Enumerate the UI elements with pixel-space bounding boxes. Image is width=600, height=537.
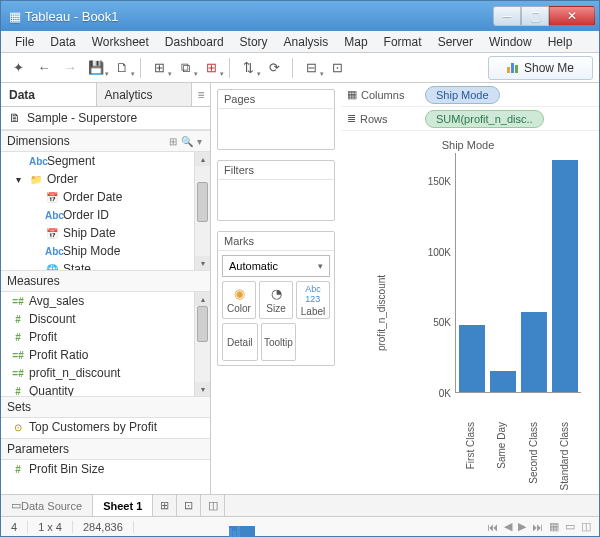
dimensions-scrollbar[interactable]: ▴ ▾ (194, 152, 210, 270)
mark-type-dropdown[interactable]: Automatic (222, 255, 330, 277)
menu-dashboard[interactable]: Dashboard (157, 35, 232, 49)
y-tick: 150K (428, 176, 451, 187)
new-datasource-button[interactable]: 🗋 (111, 57, 133, 79)
measures-list: =#Avg_sales #Discount #Profit =#Profit R… (1, 292, 210, 396)
filters-label: Filters (218, 161, 334, 180)
field-ship-date[interactable]: 📅Ship Date (1, 224, 210, 242)
save-button[interactable]: 💾 (85, 57, 107, 79)
field-order-date[interactable]: 📅Order Date (1, 188, 210, 206)
status-dims: 1 x 4 (28, 521, 73, 533)
detail-card[interactable]: Detail (222, 323, 258, 361)
slide-view-icon[interactable]: ▭ (565, 520, 575, 533)
filters-shelf[interactable]: Filters (217, 160, 335, 221)
dimensions-menu-icon[interactable]: ⊞ (167, 136, 179, 147)
field-segment[interactable]: AbcSegment (1, 152, 210, 170)
color-card[interactable]: ◉Color (222, 281, 256, 319)
x-label: Same Day (496, 422, 507, 469)
menu-server[interactable]: Server (430, 35, 481, 49)
menu-map[interactable]: Map (336, 35, 375, 49)
tooltip-card[interactable]: Tooltip (261, 323, 297, 361)
shelves-column: Pages Filters Marks Automatic ◉Color ◔Si… (211, 83, 341, 494)
duplicate-button[interactable]: ⧉ (174, 57, 196, 79)
dimensions-list: AbcSegment ▾📁Order 📅Order Date AbcOrder … (1, 152, 210, 270)
menu-worksheet[interactable]: Worksheet (84, 35, 157, 49)
field-quantity[interactable]: #Quantity (1, 382, 210, 396)
field-profit-n-discount[interactable]: =#profit_n_discount (1, 364, 210, 382)
field-state[interactable]: 🌐State (1, 260, 210, 270)
bar-first-class[interactable] (459, 325, 485, 392)
sheet-tabs: ▭ Data Source Sheet 1 ⊞ ⊡ ◫ (1, 494, 599, 516)
close-button[interactable]: ✕ (549, 6, 595, 26)
back-button[interactable]: ← (33, 57, 55, 79)
window-title: Tableau - Book1 (25, 9, 493, 24)
forward-button[interactable]: → (59, 57, 81, 79)
tableau-icon[interactable]: ✦ (7, 57, 29, 79)
analytics-tab[interactable]: Analytics (97, 83, 193, 106)
field-profit-ratio[interactable]: =#Profit Ratio (1, 346, 210, 364)
menu-story[interactable]: Story (232, 35, 276, 49)
field-profit[interactable]: #Profit (1, 328, 210, 346)
clear-button[interactable]: ⊞ (200, 57, 222, 79)
field-top-customers[interactable]: ⊙Top Customers by Profit (1, 418, 210, 436)
show-me-button[interactable]: Show Me (488, 56, 593, 80)
y-tick: 100K (428, 246, 451, 257)
maximize-button[interactable]: ▢ (521, 6, 549, 26)
rows-pill-profit-n-discount[interactable]: SUM(profit_n_disc.. (425, 110, 544, 128)
menu-analysis[interactable]: Analysis (276, 35, 337, 49)
app-window: ▦ Tableau - Book1 ─ ▢ ✕ File Data Worksh… (0, 0, 600, 537)
sort-button[interactable]: ⊟ (300, 57, 322, 79)
pages-shelf[interactable]: Pages (217, 89, 335, 150)
columns-shelf[interactable]: ▦Columns Ship Mode (341, 83, 599, 107)
bar-second-class[interactable] (521, 312, 547, 392)
group-button[interactable]: ⊡ (326, 57, 348, 79)
size-card[interactable]: ◔Size (259, 281, 293, 319)
grid-view-icon[interactable]: ▦ (549, 520, 559, 533)
last-button[interactable]: ⏭ (532, 521, 543, 533)
field-discount[interactable]: #Discount (1, 310, 210, 328)
sheet1-tab[interactable]: Sheet 1 (93, 495, 153, 516)
datasource-tab[interactable]: ▭ Data Source (1, 495, 93, 516)
menu-data[interactable]: Data (42, 35, 83, 49)
dimensions-header: Dimensions ⊞ 🔍 ▾ (1, 130, 210, 152)
x-label: Standard Class (559, 422, 570, 490)
label-card[interactable]: Abc123Label (296, 281, 330, 319)
y-tick: 50K (433, 317, 451, 328)
swap-button[interactable]: ⇅ (237, 57, 259, 79)
field-profit-bin-size[interactable]: #Profit Bin Size (1, 460, 210, 478)
refresh-button[interactable]: ⟳ (263, 57, 285, 79)
search-icon[interactable]: 🔍 (179, 136, 195, 147)
prev-button[interactable]: ◀ (504, 520, 512, 533)
panel-menu-icon[interactable]: ≡ (192, 83, 210, 106)
minimize-button[interactable]: ─ (493, 6, 521, 26)
menu-format[interactable]: Format (376, 35, 430, 49)
measures-scrollbar[interactable]: ▴ ▾ (194, 292, 210, 396)
marks-label: Marks (218, 232, 334, 251)
new-worksheet-button[interactable]: ⊞ (148, 57, 170, 79)
datasource-name: Sample - Superstore (27, 111, 137, 125)
bar-standard-class[interactable] (552, 160, 578, 392)
chart-canvas: Ship Mode profit_n_discount 0K50K100K150… (341, 131, 599, 494)
new-worksheet-tab-button[interactable]: ⊞ (153, 495, 177, 516)
field-ship-mode[interactable]: AbcShip Mode (1, 242, 210, 260)
new-story-tab-button[interactable]: ◫ (201, 495, 225, 516)
new-dashboard-tab-button[interactable]: ⊡ (177, 495, 201, 516)
data-panel: Data Analytics ≡ 🗎 Sample - Superstore D… (1, 83, 211, 494)
measures-header: Measures (1, 270, 210, 292)
menu-help[interactable]: Help (540, 35, 581, 49)
field-order-id[interactable]: AbcOrder ID (1, 206, 210, 224)
bar-same-day[interactable] (490, 371, 516, 392)
rows-shelf[interactable]: ≣Rows SUM(profit_n_disc.. (341, 107, 599, 131)
rows-icon: ≣ (347, 112, 356, 125)
pages-label: Pages (218, 90, 334, 109)
field-avg-sales[interactable]: =#Avg_sales (1, 292, 210, 310)
first-button[interactable]: ⏮ (487, 521, 498, 533)
presentation-icon[interactable]: ◫ (581, 520, 591, 533)
data-tab[interactable]: Data (1, 83, 97, 106)
columns-pill-ship-mode[interactable]: Ship Mode (425, 86, 500, 104)
field-order-folder[interactable]: ▾📁Order (1, 170, 210, 188)
next-button[interactable]: ▶ (518, 520, 526, 533)
datasource-row[interactable]: 🗎 Sample - Superstore (1, 107, 210, 130)
chevron-down-icon[interactable]: ▾ (195, 136, 204, 147)
menu-file[interactable]: File (7, 35, 42, 49)
menu-window[interactable]: Window (481, 35, 540, 49)
